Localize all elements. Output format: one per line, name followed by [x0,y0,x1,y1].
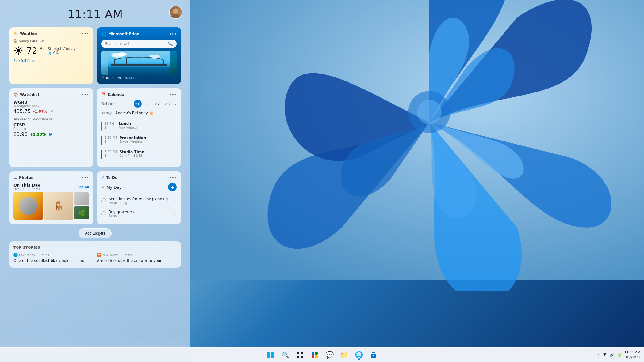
weather-details: Strong UV today 💧 0% [48,47,75,55]
edge-bing-image[interactable] [101,51,177,75]
photo-item-2[interactable]: 🪑 [44,192,73,220]
todo-star-2[interactable]: ☆ [173,211,177,216]
calendar-chevron-icon[interactable]: ⌄ [173,101,177,106]
photo-item-3[interactable] [74,192,89,205]
event-bar-lunch [101,122,102,131]
todo-task-title-2: Buy groceries [109,210,170,214]
story-item-1[interactable]: U USA Today · 3 mins One of the smallest… [13,253,93,263]
calendar-widget: 📅 Calendar ••• October 20 21 22 23 ⌄ All… [97,88,181,167]
photo-item-4[interactable]: 🌿 [74,206,89,219]
volume-icon[interactable]: 🔊 [610,353,615,357]
calendar-date-20[interactable]: 20 [134,100,142,108]
widgets-icon [311,352,318,358]
store-button[interactable] [367,348,380,362]
todo-star-1[interactable]: ☆ [173,198,177,203]
user-avatar[interactable] [169,6,182,19]
task-view-button[interactable] [293,348,307,362]
edge-menu-button[interactable]: ••• [169,32,177,36]
stock-company-wgrb: Woodgrove Bank [13,104,89,108]
svg-rect-18 [301,352,303,354]
stock-verified-icon: ✓ [50,109,54,114]
chat-button[interactable]: 💬 [323,348,336,362]
calendar-month: October [101,102,116,106]
stock-item-wgrb: WGRB Woodgrove Bank 435.75 -1.67% ✓ [13,100,89,114]
weather-location: 🏠 Valley Park, CA [13,39,89,43]
stock-add-button[interactable]: ⊕ [48,131,53,138]
edge-icon: 🌐 [101,32,106,36]
stock-company-ctsp: Contoso [13,127,89,130]
edge-search-input[interactable] [105,42,165,46]
photos-grid: 🪑 🌿 [13,192,89,220]
store-icon [370,352,377,358]
system-tray: ∧ 🔊 🔋 11:11 AM 10/20/21 [597,350,640,360]
photos-see-all-button[interactable]: See all [78,185,89,189]
calendar-title: 📅 Calendar [101,92,126,97]
photos-menu-button[interactable]: ••• [81,175,89,180]
weather-forecast-link[interactable]: See full forecast [13,59,89,63]
svg-rect-24 [315,355,318,358]
event-bar-presentation [101,136,102,145]
time-display: 11:11 AM [9,8,181,21]
story-title-1: One of the smallest black holes — and [13,258,93,263]
story-item-2[interactable]: N NBC News · 5 mins Are coffee naps the … [97,253,177,263]
battery-icon[interactable]: 🔋 [617,353,622,357]
edge-taskbar-icon: 🌐 [355,351,363,359]
file-explorer-button[interactable]: 📁 [337,348,351,362]
stock-change-ctsp: +2.23% [30,132,46,137]
stock-item-ctsp: CTSP Contoso 23.98 +2.23% ⊕ [13,123,89,138]
todo-task-2: Buy groceries Tasks ☆ [101,207,177,220]
weather-icon-header: ⛅ [13,32,18,36]
add-widgets-button[interactable]: Add widgets [79,228,111,238]
event-bar-studio [101,150,102,159]
usa-today-icon: U [13,253,18,257]
system-tray-expand-icon[interactable]: ∧ [597,353,600,357]
top-stories-title: TOP STORIES [13,246,177,250]
task-view-icon [297,352,303,358]
calendar-date-21[interactable]: 21 [144,100,151,108]
stock-price-wgrb: 435.75 [13,108,31,114]
edge-expand-icon[interactable]: ↗ [174,75,177,80]
search-button[interactable]: 🔍 [278,348,292,362]
photos-section-title: On This Day [13,183,40,187]
todo-checkbox-1[interactable] [101,198,106,203]
watchlist-icon: 🏠 [13,92,18,97]
todo-menu-button[interactable]: ••• [169,175,177,180]
photos-icon: ☁ [13,175,17,180]
wifi-icon[interactable] [602,352,607,358]
calendar-date-23[interactable]: 23 [163,100,171,108]
start-button[interactable] [264,348,277,362]
stock-ticker-wgrb: WGRB [13,100,89,104]
event-options-lunch[interactable]: ⋮ [172,122,177,126]
watchlist-interest-text: You may be interested in [13,117,89,121]
svg-point-2 [417,100,442,124]
taskbar-center: 🔍 💬 📁 [264,348,380,362]
chat-icon: 💬 [325,351,334,359]
photos-date: Oct 20 · 33 items [13,187,40,191]
svg-rect-26 [373,355,374,356]
weather-widget-title: ⛅ Weather [13,32,37,36]
todo-title: ✔ To Do [101,175,117,180]
todo-add-button[interactable]: + [168,183,177,191]
todo-checkbox-2[interactable] [101,211,106,216]
weather-condition-icon: ☀️ [13,45,23,56]
edge-widget-title: 🌐 Microsoft Edge [101,32,139,36]
todo-my-day-selector[interactable]: ☀ My Day ⌄ [101,185,127,190]
todo-task-1: Send invites for review planning Q4 plan… [101,194,177,207]
story-source-2: N NBC News · 5 mins [97,253,177,257]
top-stories-section: TOP STORIES U USA Today · 3 mins One of … [9,241,181,268]
widgets-button[interactable] [308,348,321,362]
todo-task-sub-1: Q4 planning [109,201,170,205]
event-options-presentation[interactable]: ⋮ [172,136,177,141]
calendar-icon: 📅 [101,92,106,97]
weather-menu-button[interactable]: ••• [81,32,89,36]
watchlist-menu-button[interactable]: ••• [81,92,89,97]
avatar-image [170,6,182,18]
system-clock[interactable]: 11:11 AM 10/20/21 [624,350,640,360]
photo-item-1[interactable] [13,192,43,220]
edge-search-bar[interactable]: 🔍 [101,40,177,48]
edge-search-icon: 🔍 [168,41,173,46]
stock-price-ctsp: 23.98 [13,131,28,137]
calendar-menu-button[interactable]: ••• [169,92,177,97]
photos-title: ☁ Photos [13,175,33,180]
calendar-date-22[interactable]: 22 [153,100,161,108]
